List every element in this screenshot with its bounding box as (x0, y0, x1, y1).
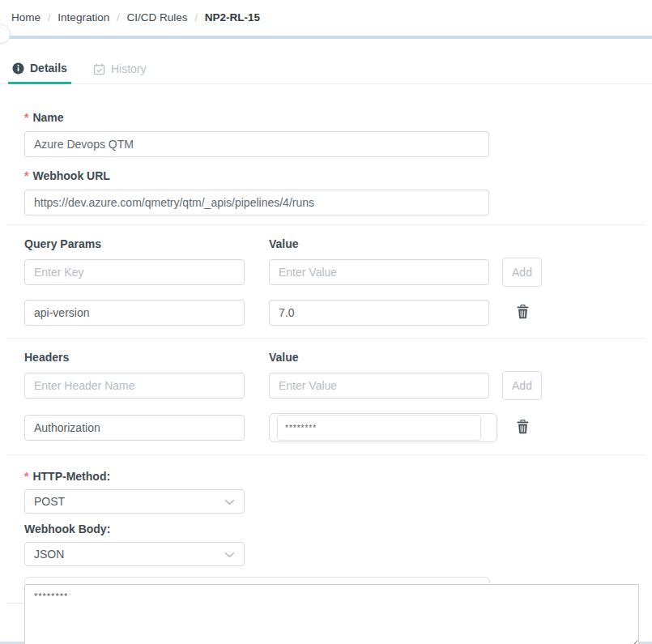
trash-icon (517, 424, 529, 437)
breadcrumb-integration[interactable]: Integration (58, 11, 109, 23)
panel-drag-handle[interactable]: ⋮ (0, 24, 11, 44)
drag-dots-icon: ⋮ (0, 30, 3, 39)
required-asterisk: * (24, 470, 28, 483)
headers-label: Headers (24, 351, 269, 364)
query-params-label: Query Params (24, 237, 269, 250)
details-form: * Name * Webhook URL Query Params Value … (0, 111, 652, 644)
webhook-body-select[interactable]: JSON (24, 542, 245, 566)
query-param-value-value[interactable] (269, 300, 489, 326)
calendar-icon (93, 63, 105, 75)
tab-history-label: History (111, 62, 147, 75)
name-label: * Name (24, 111, 652, 124)
tab-details-label: Details (30, 62, 67, 75)
header-add-button[interactable]: Add (502, 371, 542, 400)
http-method-value: POST (34, 495, 65, 508)
section-divider (6, 454, 646, 455)
header-value-input[interactable] (269, 373, 489, 399)
webhook-url-input[interactable] (24, 190, 489, 215)
query-param-value-input[interactable] (269, 259, 489, 285)
breadcrumb-separator: / (117, 12, 119, 23)
header-row (24, 413, 652, 442)
query-param-key-input[interactable] (24, 259, 245, 285)
webhook-body-label: Webhook Body: (24, 522, 652, 535)
tab-details[interactable]: Details (8, 56, 71, 84)
breadcrumb-cicd-rules[interactable]: CI/CD Rules (127, 11, 188, 23)
required-asterisk: * (24, 169, 28, 182)
query-params-header: Query Params Value (24, 237, 652, 250)
query-param-new-row: Add (24, 258, 652, 287)
query-param-delete-button[interactable] (515, 303, 531, 323)
header-delete-button[interactable] (515, 418, 531, 438)
breadcrumb: Home / Integration / CI/CD Rules / NP2-R… (0, 0, 652, 23)
http-method-label: * HTTP-Method: (24, 470, 652, 483)
header-key-input[interactable] (24, 373, 245, 399)
section-divider (6, 224, 646, 225)
breadcrumb-separator: / (48, 12, 50, 23)
header-key-value[interactable] (24, 415, 245, 441)
query-param-add-button[interactable]: Add (502, 258, 542, 287)
name-input[interactable] (24, 131, 489, 157)
query-param-key-value[interactable] (24, 300, 245, 326)
webhook-body-textarea[interactable]: ******** (24, 584, 639, 644)
tab-bar: Details History (0, 56, 652, 84)
trash-icon (517, 309, 529, 322)
section-divider (6, 338, 646, 339)
http-method-select[interactable]: POST (24, 489, 245, 514)
headers-header: Headers Value (24, 351, 652, 364)
webhook-url-label: * Webhook URL (24, 169, 652, 182)
breadcrumb-home[interactable]: Home (11, 11, 40, 23)
query-params-value-label: Value (269, 237, 299, 250)
header-secret-value[interactable] (277, 415, 481, 441)
header-new-row: Add (24, 371, 652, 400)
body-field-wrapper-edge (24, 577, 490, 584)
header-secret-wrapper (269, 413, 497, 442)
webhook-body-value: JSON (34, 548, 64, 561)
breadcrumb-separator: / (195, 12, 198, 23)
breadcrumb-current: NP2-RL-15 (205, 11, 260, 23)
query-param-row (24, 300, 652, 326)
panel-divider-bar (0, 36, 652, 39)
info-icon (12, 62, 24, 75)
headers-value-label: Value (269, 351, 299, 364)
required-asterisk: * (24, 111, 28, 124)
tab-history[interactable]: History (89, 56, 151, 83)
